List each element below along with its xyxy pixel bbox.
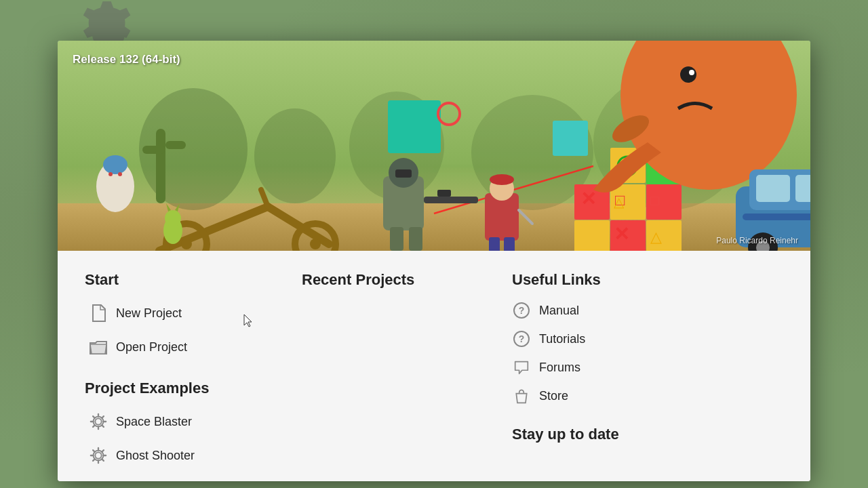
svg-text:△: △ [614,195,625,209]
open-project-item[interactable]: Open Project [85,335,302,359]
svg-rect-58 [489,237,500,251]
start-column: Start New Project Open [85,271,302,477]
svg-rect-28 [553,121,588,156]
gear-icon-ghost [89,446,108,465]
svg-rect-50 [424,197,478,203]
new-project-label: New Project [116,306,182,321]
svg-point-19 [181,239,192,249]
banner-area: Release 132 (64-bit) Paulo Ricardo Reine… [58,41,810,251]
svg-text:□: □ [580,228,589,245]
svg-rect-67 [756,175,790,202]
start-title: Start [85,271,302,289]
file-icon [89,304,108,323]
svg-rect-9 [165,141,186,149]
recent-title: Recent Projects [302,271,512,289]
ghost-shooter-label: Ghost Shooter [116,449,195,463]
svg-rect-33 [574,220,610,251]
manual-label: Manual [539,304,579,318]
new-project-item[interactable]: New Project [85,301,302,325]
tutorials-label: Tutorials [539,332,585,346]
svg-point-12 [103,155,127,174]
main-window: Release 132 (64-bit) Paulo Ricardo Reine… [58,41,810,481]
useful-links-column: Useful Links ? Manual ? Tutorials [512,271,702,477]
examples-title: Project Examples [85,380,302,397]
store-label: Store [539,389,568,403]
svg-point-13 [108,172,113,176]
svg-point-3 [254,108,336,203]
svg-rect-26 [388,100,441,153]
store-icon [512,386,531,405]
open-project-label: Open Project [116,340,187,354]
svg-point-81 [95,418,101,424]
svg-rect-8 [142,146,165,154]
space-blaster-item[interactable]: Space Blaster [85,409,302,434]
svg-text:△: △ [650,228,662,245]
svg-point-14 [118,172,122,176]
tutorials-link[interactable]: ? Tutorials [512,329,702,348]
space-blaster-label: Space Blaster [116,415,192,429]
svg-text:□: □ [650,192,659,209]
content-area: Start New Project Open [58,251,810,481]
svg-rect-74 [743,214,810,220]
recent-column: Recent Projects [302,271,512,477]
gear-icon-space [89,412,108,431]
store-link[interactable]: Store [512,386,702,405]
tutorials-icon: ? [512,329,531,348]
svg-rect-52 [390,227,403,251]
svg-point-62 [680,66,696,83]
stay-updated-title: Stay up to date [512,426,702,443]
svg-text:✕: ✕ [614,224,629,245]
banner-scene: ✕ □ □ □ ✕ △ △ □ [58,41,810,251]
svg-rect-51 [437,190,451,197]
manual-icon: ? [512,301,531,320]
svg-point-23 [165,210,181,226]
manual-link[interactable]: ? Manual [512,301,702,320]
svg-rect-59 [504,237,515,251]
forums-link[interactable]: Forums [512,358,702,377]
svg-rect-7 [156,129,165,203]
svg-point-56 [490,174,514,185]
ghost-shooter-item[interactable]: Ghost Shooter [85,443,302,468]
svg-rect-49 [395,169,412,178]
svg-point-21 [310,239,321,249]
credit-label: Paulo Ricardo Reinehr [716,236,798,245]
forums-icon [512,358,531,377]
svg-point-83 [95,452,101,458]
svg-text:✕: ✕ [580,188,596,209]
svg-rect-53 [409,227,422,251]
svg-rect-68 [795,175,810,202]
folder-icon [89,338,108,357]
useful-links-title: Useful Links [512,271,702,289]
version-label: Release 132 (64-bit) [73,53,180,66]
forums-label: Forums [539,361,580,375]
svg-point-63 [689,70,694,75]
